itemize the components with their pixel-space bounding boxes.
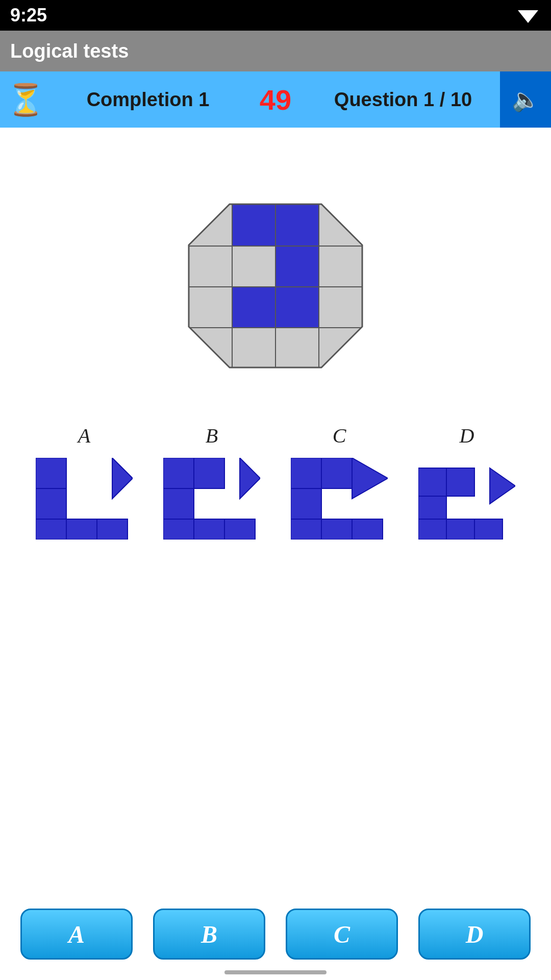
svg-rect-4: [276, 204, 319, 246]
svg-rect-25: [224, 519, 255, 540]
wifi-icon: [515, 5, 541, 26]
svg-rect-3: [232, 204, 276, 246]
sound-button[interactable]: 🔈: [500, 71, 551, 128]
svg-rect-21: [163, 458, 194, 488]
status-bar: 9:25: [0, 0, 551, 31]
svg-rect-18: [66, 519, 97, 540]
svg-rect-38: [418, 519, 446, 540]
svg-rect-5: [276, 246, 319, 287]
option-a-svg: [36, 458, 133, 540]
svg-rect-19: [97, 519, 128, 540]
option-a: A: [36, 424, 133, 540]
answer-button-a[interactable]: A: [20, 909, 133, 960]
option-d-label: D: [460, 424, 474, 448]
svg-rect-33: [321, 458, 352, 488]
main-figure-svg: [184, 199, 367, 373]
question-label: Question 1 / 10: [306, 89, 500, 111]
svg-marker-41: [490, 468, 515, 504]
svg-rect-16: [36, 488, 66, 519]
completion-label: Completion 1: [51, 89, 245, 111]
svg-rect-32: [352, 519, 383, 540]
svg-rect-35: [418, 468, 446, 496]
option-c: C: [291, 424, 388, 540]
answer-button-c[interactable]: C: [286, 909, 398, 960]
option-b-svg: [163, 458, 260, 540]
timer-display: 49: [245, 83, 306, 116]
app-title: Logical tests: [10, 40, 129, 62]
option-d: D: [418, 424, 515, 540]
svg-rect-26: [194, 458, 224, 488]
svg-rect-28: [291, 458, 321, 488]
svg-marker-20: [112, 458, 133, 499]
svg-rect-37: [446, 468, 474, 496]
answer-button-b[interactable]: B: [153, 909, 265, 960]
svg-marker-27: [240, 458, 260, 499]
svg-rect-7: [276, 287, 319, 328]
option-b: B: [163, 424, 260, 540]
svg-marker-34: [352, 458, 388, 499]
svg-marker-0: [518, 10, 538, 23]
svg-rect-31: [321, 519, 352, 540]
option-a-label: A: [78, 424, 90, 448]
svg-rect-17: [36, 519, 66, 540]
answer-button-d[interactable]: D: [418, 909, 531, 960]
option-d-svg: [418, 458, 515, 540]
svg-rect-40: [474, 519, 503, 540]
nav-pill: [224, 970, 327, 974]
status-time: 9:25: [10, 5, 47, 26]
svg-rect-15: [36, 458, 66, 488]
buttons-area: A B C D: [0, 909, 551, 960]
main-content: A B: [0, 128, 551, 540]
svg-rect-30: [291, 519, 321, 540]
svg-rect-29: [291, 488, 321, 519]
svg-rect-39: [446, 519, 474, 540]
svg-rect-23: [163, 519, 194, 540]
svg-rect-22: [163, 488, 194, 519]
option-b-label: B: [206, 424, 218, 448]
sound-icon: 🔈: [512, 86, 540, 113]
option-c-svg: [291, 458, 388, 540]
nav-bar: [0, 965, 551, 980]
info-bar: ⏳ Completion 1 49 Question 1 / 10 🔈: [0, 71, 551, 128]
title-bar: Logical tests: [0, 31, 551, 71]
svg-rect-24: [194, 519, 224, 540]
main-figure: [184, 199, 367, 373]
option-c-label: C: [333, 424, 346, 448]
svg-rect-6: [232, 287, 276, 328]
options-area: A B: [10, 424, 541, 540]
hourglass-icon: ⏳: [0, 71, 51, 128]
